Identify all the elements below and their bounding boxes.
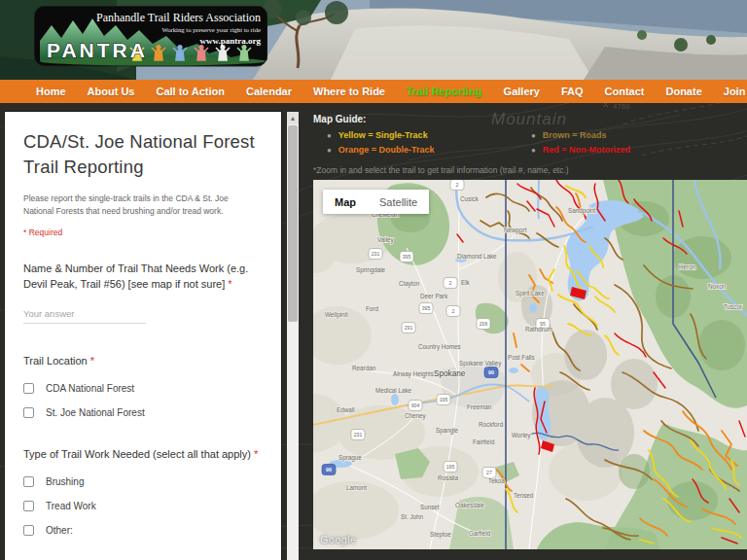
map-label-city: Reardan bbox=[352, 365, 376, 371]
question-trail-name-label: Name & Number of Trail That Needs Work (… bbox=[23, 262, 261, 293]
legend-label: Red = Non-Motorized bbox=[543, 145, 630, 155]
map-label-city: Springdale bbox=[356, 266, 386, 274]
legend-label: Yellow = Single-Track bbox=[338, 130, 428, 140]
bullet-icon: ● bbox=[531, 146, 536, 155]
map-label-city: Diamond Lake bbox=[457, 253, 497, 260]
nav-item-about-us[interactable]: About Us bbox=[77, 86, 146, 97]
map-label-city: Valley bbox=[377, 236, 395, 244]
nav-item-gallery[interactable]: Gallery bbox=[493, 86, 551, 97]
nav-item-calendar[interactable]: Calendar bbox=[235, 86, 302, 97]
map-label-city: Ford bbox=[366, 305, 378, 312]
bullet-icon: ● bbox=[531, 131, 536, 140]
map-view-button[interactable]: Map bbox=[323, 190, 368, 214]
satellite-view-button[interactable]: Satellite bbox=[368, 190, 429, 214]
map-label-city: Fairfield bbox=[473, 438, 495, 445]
map-embed[interactable]: 231 395 2 395 2 291 206 231 904 195 195 … bbox=[313, 180, 747, 549]
form-title: CDA/St. Joe National Forest Trail Report… bbox=[23, 129, 262, 180]
main-nav: Home About Us Call to Action Calendar Wh… bbox=[0, 80, 747, 103]
bullet-icon: ● bbox=[327, 131, 332, 140]
checkbox[interactable] bbox=[23, 383, 34, 394]
nav-item-trail-reporting[interactable]: Trail Reporting bbox=[396, 86, 493, 97]
map-label-city: Lamont bbox=[346, 484, 367, 491]
option-tread-work[interactable]: Tread Work bbox=[23, 501, 262, 511]
svg-text:2: 2 bbox=[456, 182, 459, 188]
header-photo: Panhandle Trail Riders Association Worki… bbox=[0, 0, 747, 80]
form-description: Please report the single-track trails in… bbox=[23, 192, 259, 218]
map-label-city: St. John bbox=[401, 513, 424, 520]
legend-label: Orange = Double-Track bbox=[338, 145, 435, 155]
option-other[interactable]: Other: bbox=[23, 525, 262, 536]
option-label: Other: bbox=[46, 525, 73, 536]
map-guide-note: *Zoom in and select the trail to get tra… bbox=[313, 165, 743, 175]
svg-text:231: 231 bbox=[372, 251, 380, 257]
svg-text:904: 904 bbox=[411, 402, 420, 408]
map-label-city: Spirit Lake bbox=[516, 290, 545, 298]
required-note: * Required bbox=[23, 228, 262, 237]
bg-elevation-label: 4769 bbox=[613, 102, 630, 111]
required-asterisk: * bbox=[254, 448, 258, 460]
option-cda-national-forest[interactable]: CDA National Forest bbox=[23, 383, 262, 394]
map-label-city: Tuscor bbox=[724, 303, 742, 310]
option-label: CDA National Forest bbox=[46, 383, 134, 394]
map-label-city: Edwall bbox=[337, 406, 355, 413]
logo-title: Panhandle Trail Riders Association bbox=[96, 11, 261, 24]
map-label-city: Steptoe bbox=[430, 531, 451, 539]
option-brushing[interactable]: Brushing bbox=[23, 476, 262, 487]
nav-item-call-to-action[interactable]: Call to Action bbox=[145, 86, 234, 97]
legend-double-track: ● Orange = Double-Track bbox=[313, 145, 479, 155]
legend-single-track: ● Yellow = Single-Track bbox=[313, 130, 479, 140]
svg-text:90: 90 bbox=[326, 467, 332, 472]
form-scrollbar[interactable]: ▲ bbox=[287, 112, 299, 560]
checkbox[interactable] bbox=[23, 476, 34, 487]
map-label-city: Oakesdale bbox=[455, 502, 485, 508]
map-type-controls: Map Satellite bbox=[323, 190, 429, 214]
map-label-city: Heron bbox=[679, 263, 696, 270]
svg-text:90: 90 bbox=[488, 369, 494, 375]
question-work-type-text: Type of Trail Work Needed (select all th… bbox=[23, 448, 251, 460]
logo-tagline: Working to preserve your right to ride bbox=[161, 26, 261, 33]
legend-roads: ● Brown = Roads bbox=[517, 130, 683, 140]
option-st-joe-national-forest[interactable]: St. Joe National Forest bbox=[23, 407, 262, 418]
question-trail-name-text: Name & Number of Trail That Needs Work (… bbox=[23, 262, 248, 290]
question-trail-location-label: Trail Location * bbox=[23, 354, 261, 369]
map-label-city: Worley bbox=[512, 432, 531, 439]
map-label-city: Cusick bbox=[460, 195, 480, 202]
checkbox[interactable] bbox=[23, 501, 34, 511]
scrollbar-up-arrow-icon[interactable]: ▲ bbox=[287, 112, 299, 124]
option-label: St. Joe National Forest bbox=[46, 407, 145, 418]
nav-item-donate[interactable]: Donate bbox=[655, 86, 712, 97]
checkbox[interactable] bbox=[23, 525, 34, 536]
map-label-city: Newport bbox=[504, 227, 527, 234]
checkbox[interactable] bbox=[23, 407, 34, 418]
map-label-city: Spokane bbox=[434, 369, 466, 378]
map-label-city: Rathdrum bbox=[525, 326, 552, 332]
page: Mountain 4769 bbox=[0, 0, 747, 560]
svg-text:195: 195 bbox=[446, 464, 455, 470]
nav-item-faq[interactable]: FAQ bbox=[551, 86, 594, 97]
trail-name-input[interactable] bbox=[23, 306, 146, 324]
legend-label: Brown = Roads bbox=[543, 130, 607, 140]
map-label-city: Spokane Valley bbox=[459, 360, 502, 368]
legend-non-motorized: ● Red = Non-Motorized bbox=[517, 145, 683, 155]
nav-item-where-to-ride[interactable]: Where to Ride bbox=[302, 86, 396, 97]
question-work-type-label: Type of Trail Work Needed (select all th… bbox=[23, 447, 261, 463]
required-asterisk: * bbox=[90, 355, 94, 367]
map-label-city: Sandpoint bbox=[568, 207, 596, 215]
nav-item-join-today[interactable]: Join Today! bbox=[713, 86, 747, 97]
svg-text:27: 27 bbox=[486, 470, 492, 475]
nav-item-contact[interactable]: Contact bbox=[594, 86, 656, 97]
pantra-logo[interactable]: Panhandle Trail Riders Association Worki… bbox=[34, 6, 267, 68]
map-label-city: Spangle bbox=[436, 427, 459, 435]
map-label-city: Tekoa bbox=[488, 477, 505, 484]
map-label-city: Sprague bbox=[338, 454, 362, 462]
svg-text:395: 395 bbox=[422, 305, 431, 311]
map-label-city: Country Homes bbox=[418, 343, 461, 351]
svg-text:2: 2 bbox=[452, 308, 455, 314]
map-canvas: 231 395 2 395 2 291 206 231 904 195 195 … bbox=[313, 180, 747, 549]
map-label-city: Sunset bbox=[420, 504, 440, 510]
scrollbar-thumb[interactable] bbox=[288, 125, 298, 322]
option-label: Tread Work bbox=[46, 501, 96, 511]
svg-text:195: 195 bbox=[440, 397, 448, 402]
nav-item-home[interactable]: Home bbox=[25, 86, 77, 97]
map-label-city: Airway Heights bbox=[393, 370, 434, 378]
